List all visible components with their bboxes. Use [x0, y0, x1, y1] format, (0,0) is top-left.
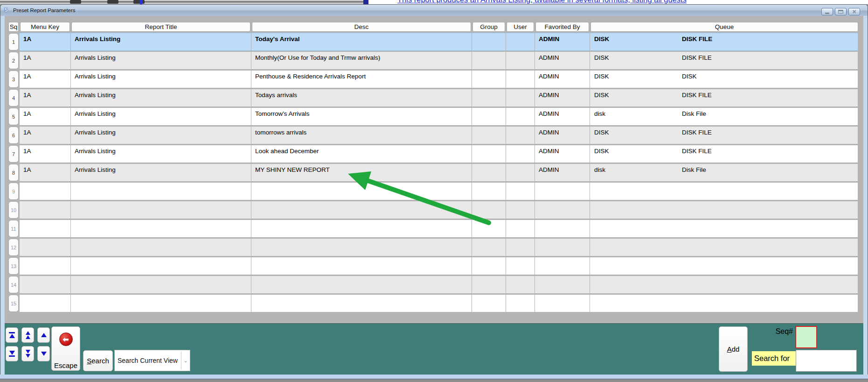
- row-number[interactable]: 15: [8, 295, 19, 312]
- page-down-button[interactable]: [21, 346, 34, 361]
- column-header-queue[interactable]: Queue: [590, 22, 858, 32]
- table-row[interactable]: 1AArrivals ListingMY SHINY NEW REPORTADM…: [19, 163, 858, 182]
- cell-desc[interactable]: Penthouse & Residence Arrivals Report: [255, 73, 366, 80]
- chevron-down-icon[interactable]: ⌄: [181, 352, 190, 369]
- table-row[interactable]: [19, 182, 858, 200]
- search-scope-dropdown[interactable]: Search Current View ⌄: [114, 350, 190, 371]
- cell-queue-desc[interactable]: Disk File: [682, 110, 706, 117]
- cell-menu-key[interactable]: 1A: [23, 35, 31, 42]
- cell-queue-name[interactable]: DISK: [594, 129, 609, 136]
- row-number[interactable]: 6: [8, 127, 19, 144]
- cell-favorited-by[interactable]: ADMIN: [539, 166, 559, 173]
- table-row[interactable]: 1AArrivals Listingtomorrows arrivalsADMI…: [19, 126, 858, 144]
- column-header-report-title[interactable]: Report Title: [71, 22, 250, 32]
- cell-queue-name[interactable]: disk: [594, 110, 605, 117]
- cell-menu-key[interactable]: 1A: [23, 92, 31, 99]
- cell-queue-desc[interactable]: DISK FILE: [682, 129, 712, 136]
- cell-favorited-by[interactable]: ADMIN: [539, 148, 559, 155]
- minimize-button[interactable]: [821, 8, 833, 15]
- row-number[interactable]: 1: [8, 33, 19, 50]
- cell-report-title[interactable]: Arrivals Listing: [75, 110, 116, 117]
- cell-desc[interactable]: Monthly(Or Use for Today and Trmw arriva…: [255, 54, 380, 61]
- row-number[interactable]: 2: [8, 52, 19, 69]
- table-row[interactable]: 1AArrivals ListingLook ahead DecemberADM…: [19, 145, 858, 163]
- cell-queue-name[interactable]: DISK: [594, 148, 609, 155]
- cell-favorited-by[interactable]: ADMIN: [539, 73, 559, 80]
- cell-menu-key[interactable]: 1A: [23, 73, 31, 80]
- table-row[interactable]: 1AArrivals ListingTodays arrivalsADMINDI…: [19, 89, 858, 107]
- cell-report-title[interactable]: Arrivals Listing: [75, 35, 120, 42]
- cell-queue-name[interactable]: DISK: [594, 35, 609, 42]
- column-header-group[interactable]: Group: [472, 22, 505, 32]
- dialog-titlebar[interactable]: 5 Preset Report Parameters ✕: [0, 4, 868, 16]
- cell-favorited-by[interactable]: ADMIN: [539, 54, 559, 61]
- cell-queue-name[interactable]: DISK: [594, 54, 609, 61]
- search-button[interactable]: Search: [83, 350, 113, 371]
- cell-favorited-by[interactable]: ADMIN: [539, 129, 559, 136]
- cell-desc[interactable]: MY SHINY NEW REPORT: [255, 166, 330, 173]
- cell-queue-desc[interactable]: DISK FILE: [682, 148, 712, 155]
- row-number[interactable]: 7: [8, 145, 19, 163]
- column-header-menu-key[interactable]: Menu Key: [20, 22, 70, 32]
- escape-button[interactable]: ⬅ Escape: [51, 326, 80, 371]
- page-up-button[interactable]: [21, 327, 34, 343]
- cell-queue-desc[interactable]: DISK FILE: [682, 54, 712, 61]
- cell-menu-key[interactable]: 1A: [23, 166, 31, 173]
- cell-queue-desc[interactable]: DISK FILE: [682, 35, 712, 42]
- table-row[interactable]: [19, 201, 858, 219]
- cell-queue-desc[interactable]: DISK FILE: [682, 92, 712, 99]
- cell-report-title[interactable]: Arrivals Listing: [75, 92, 116, 99]
- table-row[interactable]: 1AArrivals ListingMonthly(Or Use for Tod…: [19, 51, 858, 70]
- cell-queue-name[interactable]: DISK: [594, 73, 609, 80]
- row-number[interactable]: 10: [8, 201, 19, 219]
- column-header-sq[interactable]: Sq: [8, 22, 19, 32]
- close-button[interactable]: ✕: [848, 8, 860, 15]
- table-row[interactable]: [19, 219, 858, 238]
- cell-report-title[interactable]: Arrivals Listing: [75, 73, 116, 80]
- cell-menu-key[interactable]: 1A: [23, 54, 31, 61]
- row-number[interactable]: 4: [8, 89, 19, 106]
- cell-desc[interactable]: Look ahead December: [255, 148, 319, 155]
- column-header-favorited-by[interactable]: Favorited By: [535, 22, 589, 32]
- table-row[interactable]: [19, 276, 858, 294]
- last-record-button[interactable]: [6, 346, 18, 361]
- row-number[interactable]: 14: [8, 276, 19, 293]
- table-row[interactable]: [19, 238, 858, 256]
- row-number[interactable]: 5: [8, 108, 19, 125]
- cell-menu-key[interactable]: 1A: [23, 129, 31, 136]
- row-number[interactable]: 9: [8, 183, 19, 200]
- seq-number-input[interactable]: [795, 326, 817, 348]
- cell-desc[interactable]: tomorrows arrivals: [255, 129, 306, 136]
- cell-favorited-by[interactable]: ADMIN: [539, 92, 559, 99]
- column-header-desc[interactable]: Desc: [252, 22, 471, 32]
- table-row[interactable]: [19, 294, 858, 312]
- cell-desc[interactable]: Today's Arrival: [255, 35, 300, 42]
- previous-record-button[interactable]: [37, 327, 50, 343]
- table-row[interactable]: 1AArrivals ListingTomorrow's ArrivalsADM…: [19, 107, 858, 126]
- row-number[interactable]: 13: [8, 257, 19, 275]
- cell-report-title[interactable]: Arrivals Listing: [75, 54, 116, 61]
- cell-desc[interactable]: Tomorrow's Arrivals: [255, 110, 310, 117]
- search-for-input[interactable]: [796, 350, 857, 372]
- cell-queue-name[interactable]: disk: [594, 166, 605, 173]
- row-number[interactable]: 8: [8, 164, 19, 181]
- cell-menu-key[interactable]: 1A: [23, 110, 31, 117]
- row-number[interactable]: 3: [8, 71, 19, 88]
- cell-desc[interactable]: Todays arrivals: [255, 92, 297, 99]
- add-button[interactable]: Add: [719, 326, 748, 372]
- cell-report-title[interactable]: Arrivals Listing: [75, 166, 116, 173]
- cell-favorited-by[interactable]: ADMIN: [539, 35, 559, 42]
- cell-menu-key[interactable]: 1A: [23, 148, 31, 155]
- first-record-button[interactable]: [6, 327, 18, 343]
- cell-queue-desc[interactable]: Disk File: [682, 166, 706, 173]
- table-row[interactable]: 1AArrivals ListingPenthouse & Residence …: [19, 70, 858, 88]
- cell-queue-name[interactable]: DISK: [594, 92, 609, 99]
- row-number[interactable]: 12: [8, 239, 19, 256]
- cell-favorited-by[interactable]: ADMIN: [539, 110, 559, 117]
- restore-button[interactable]: [835, 8, 847, 15]
- row-number[interactable]: 11: [8, 220, 19, 237]
- cell-queue-desc[interactable]: DISK: [682, 73, 697, 80]
- cell-report-title[interactable]: Arrivals Listing: [75, 148, 116, 155]
- table-row[interactable]: [19, 257, 858, 275]
- table-row[interactable]: 1AArrivals ListingToday's ArrivalADMINDI…: [19, 33, 858, 51]
